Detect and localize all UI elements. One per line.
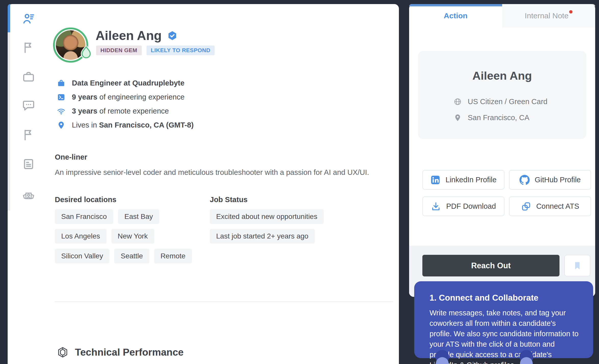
linkedin-profile-label: LinkedIn Profile bbox=[446, 176, 497, 184]
location-pin-icon bbox=[57, 121, 66, 130]
one-liner-text: An impressive senior-level coder and met… bbox=[55, 168, 394, 177]
fact-remote-experience: 3 years of remote experience bbox=[57, 104, 194, 118]
connect-ats-button[interactable]: Connect ATS bbox=[509, 197, 591, 216]
desired-locations-row-2: Los Angeles New York bbox=[55, 229, 154, 244]
location-text: San Francisco, CA bbox=[468, 114, 529, 122]
chat-icon bbox=[22, 99, 35, 112]
location-row: San Francisco, CA bbox=[454, 110, 548, 126]
sidebar-item-referrals[interactable] bbox=[21, 188, 36, 203]
profile-facts: Data Engineer at Quadruplebyte 9 years o… bbox=[57, 76, 194, 132]
candidate-name-row: Aileen Ang bbox=[96, 28, 177, 43]
action-panel: Action Internal Note Aileen Ang US Citiz… bbox=[409, 4, 595, 297]
tooltip-heading: 1. Connect and Collaborate bbox=[429, 293, 578, 303]
linkedin-profile-button[interactable]: LinkedIn Profile bbox=[422, 170, 504, 190]
job-status-chip: Excited about new opportunities bbox=[210, 209, 324, 224]
citizenship-text: US Citizen / Green Card bbox=[468, 97, 548, 106]
fact-current-role: Data Engineer at Quadruplebyte bbox=[57, 76, 194, 90]
fact-text: Lives in San Francisco, CA (GMT-8) bbox=[72, 121, 194, 129]
bookmark-icon bbox=[572, 261, 582, 271]
candidate-profile-icon bbox=[22, 12, 35, 25]
desired-locations-row-1: San Francisco East Bay bbox=[55, 209, 159, 224]
tab-action-label: Action bbox=[444, 11, 467, 20]
pdf-download-button[interactable]: PDF Download bbox=[422, 197, 504, 216]
candidate-name: Aileen Ang bbox=[96, 28, 162, 43]
candidate-summary-card: Aileen Ang US Citizen / Green Card San F… bbox=[418, 51, 586, 139]
github-profile-label: GitHub Profile bbox=[535, 176, 581, 184]
bookmark-button[interactable] bbox=[564, 255, 590, 276]
download-icon bbox=[431, 201, 441, 212]
citizenship-row: US Citizen / Green Card bbox=[454, 94, 548, 110]
job-status-chip: Last job started 2+ years ago bbox=[210, 229, 315, 244]
sidebar-item-notes[interactable] bbox=[21, 156, 36, 172]
tab-internal-note-label: Internal Note bbox=[525, 11, 569, 20]
terminal-icon bbox=[57, 93, 66, 102]
summary-name: Aileen Ang bbox=[418, 69, 586, 82]
flag-icon bbox=[22, 128, 35, 142]
section-divider bbox=[55, 301, 393, 302]
desired-locations-row-3: Silicon Valley Seattle Remote bbox=[55, 249, 192, 263]
illustration-person-1 bbox=[427, 349, 458, 364]
fact-text: 9 years of engineering experience bbox=[72, 93, 185, 101]
tab-internal-note[interactable]: Internal Note bbox=[502, 4, 595, 27]
location-chip: Los Angeles bbox=[55, 229, 107, 244]
candidate-profile-card: Aileen Ang HIDDEN GEM LIKELY TO RESPOND … bbox=[8, 4, 399, 364]
notification-dot bbox=[569, 10, 572, 13]
referral-card-icon bbox=[22, 189, 35, 203]
globe-icon bbox=[454, 98, 462, 106]
location-chip: Remote bbox=[154, 249, 192, 263]
location-chip: Seattle bbox=[114, 249, 149, 263]
flag-icon bbox=[22, 40, 35, 54]
job-status-row-1: Excited about new opportunities bbox=[210, 209, 324, 224]
job-status-row-2: Last job started 2+ years ago bbox=[210, 229, 315, 244]
summary-rows: US Citizen / Green Card San Francisco, C… bbox=[454, 94, 548, 126]
job-status-heading: Job Status bbox=[210, 195, 248, 204]
connect-ats-label: Connect ATS bbox=[536, 202, 579, 211]
briefcase-icon bbox=[22, 70, 35, 84]
technical-performance-section: Technical Performance bbox=[57, 346, 184, 358]
hidden-gem-droplet-icon bbox=[80, 46, 93, 61]
fact-text: Data Engineer at Quadruplebyte bbox=[72, 79, 185, 87]
link-icon bbox=[521, 201, 531, 212]
reach-out-button[interactable]: Reach Out bbox=[422, 255, 559, 276]
fact-text: 3 years of remote experience bbox=[72, 107, 169, 115]
badge-row: HIDDEN GEM LIKELY TO RESPOND bbox=[96, 46, 215, 55]
sidebar-item-messages[interactable] bbox=[21, 98, 36, 113]
likely-to-respond-badge: LIKELY TO RESPOND bbox=[147, 46, 215, 55]
notes-icon bbox=[22, 157, 35, 171]
one-liner-heading: One-liner bbox=[55, 153, 87, 161]
sidebar-item-flag-2[interactable] bbox=[21, 127, 36, 142]
cube-icon bbox=[57, 346, 69, 358]
hidden-gem-badge: HIDDEN GEM bbox=[96, 46, 142, 55]
fact-location: Lives in San Francisco, CA (GMT-8) bbox=[57, 118, 194, 132]
nav-track bbox=[8, 32, 10, 211]
active-nav-indicator bbox=[8, 4, 10, 32]
app-window: Aileen Ang HIDDEN GEM LIKELY TO RESPOND … bbox=[0, 0, 599, 364]
wifi-icon bbox=[57, 107, 66, 116]
location-chip: San Francisco bbox=[55, 209, 113, 224]
location-chip: Silicon Valley bbox=[55, 249, 109, 263]
sidebar-item-candidate-profile[interactable] bbox=[21, 11, 36, 26]
briefcase-icon bbox=[57, 79, 66, 88]
github-profile-button[interactable]: GitHub Profile bbox=[509, 170, 591, 190]
location-pin-icon bbox=[454, 114, 462, 122]
linkedin-icon bbox=[430, 175, 440, 185]
pdf-download-label: PDF Download bbox=[446, 202, 496, 211]
fact-engineering-experience: 9 years of engineering experience bbox=[57, 90, 194, 104]
sidebar-item-jobs[interactable] bbox=[21, 69, 36, 85]
verified-badge-icon bbox=[167, 31, 177, 41]
location-chip: East Bay bbox=[118, 209, 159, 224]
onboarding-tooltip: 1. Connect and Collaborate Write message… bbox=[414, 281, 593, 358]
sidebar-item-flag[interactable] bbox=[21, 40, 36, 55]
illustration-person-2 bbox=[511, 349, 542, 364]
github-icon bbox=[519, 175, 530, 185]
location-chip: New York bbox=[111, 229, 154, 244]
technical-performance-heading: Technical Performance bbox=[75, 347, 184, 358]
tab-action[interactable]: Action bbox=[409, 4, 502, 27]
desired-locations-heading: Desired locations bbox=[55, 195, 116, 204]
